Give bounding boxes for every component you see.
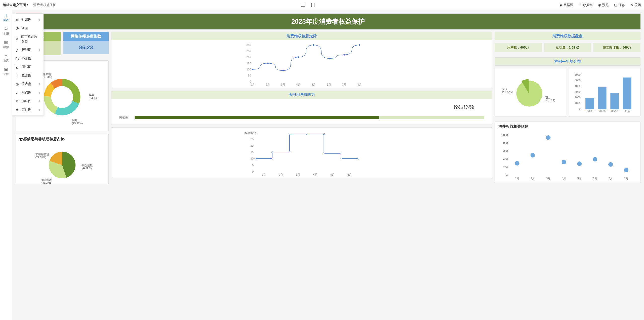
pie-label-male: 男性(58.78%) (545, 96, 555, 102)
page-name-input[interactable]: 消费者权益保护 (33, 3, 56, 7)
svg-text:6月: 6月 (593, 177, 597, 180)
sidebar-item-common[interactable]: ⚙常用 (3, 26, 9, 35)
svg-point-11 (313, 44, 314, 46)
home-icon: ⌂ (5, 54, 7, 58)
svg-point-72 (546, 135, 551, 140)
svg-text:3月: 3月 (281, 83, 285, 86)
close-button[interactable]: ✕关闭 (630, 3, 641, 7)
panel-title: 头部用户影响力 (111, 91, 492, 99)
ring-chart-icon: ◯ (15, 57, 19, 60)
submenu-ring[interactable]: ◯环形图 (12, 54, 44, 63)
gear-icon: ⚙ (4, 26, 8, 31)
database-icon: ◉ (559, 3, 562, 7)
svg-point-9 (282, 70, 284, 71)
chart-icon: ⫼ (4, 13, 8, 18)
svg-text:4月: 4月 (562, 177, 566, 180)
svg-text:2月: 2月 (531, 177, 535, 180)
page-title-banner[interactable]: 2023年度消费者权益保护 (16, 14, 640, 29)
svg-text:5月: 5月 (330, 173, 335, 176)
gender-pie: 女性(41.22%) 男性(58.78%) (497, 71, 564, 116)
svg-point-42 (357, 158, 359, 159)
submenu-funnel[interactable]: ▽漏斗图+ (12, 97, 44, 105)
svg-point-13 (343, 54, 345, 56)
svg-text:1月: 1月 (262, 173, 266, 176)
svg-text:3000: 3000 (575, 91, 581, 93)
submenu-gauge[interactable]: ◷仪表盘+ (12, 80, 44, 88)
svg-text:7月: 7月 (609, 177, 613, 180)
kpi-heat-index[interactable]: 网络传播热度指数 86.23 (63, 32, 109, 55)
submenu-bar[interactable]: ▥柱形图+ (12, 15, 44, 24)
plus-icon: + (38, 48, 41, 52)
datasource-button[interactable]: ◉数据源 (559, 3, 573, 7)
svg-text:150: 150 (247, 62, 251, 65)
submenu-pie[interactable]: ◔饼图 (12, 24, 44, 32)
dataset-button[interactable]: ☰数据集 (578, 3, 593, 7)
svg-point-37 (306, 133, 307, 135)
panel-title: 敏感信息与非敏感信息占比 (16, 134, 108, 142)
submenu-pictogram[interactable]: ⦀象形图 (12, 71, 44, 80)
sidebar-item-custom[interactable]: ▣个性 (3, 67, 9, 76)
plus-icon: + (38, 18, 41, 22)
step-chart: 阅读量(亿)0510152025301月2月3月4月5月6月 (114, 130, 489, 178)
pictogram-icon: ⦀ (15, 73, 19, 77)
stat-reads[interactable]: 博文阅读量：569万 (593, 43, 640, 52)
design-canvas[interactable]: 2023年度消费者权益保护 信息量 3万 网络传播热度指数 86.23 (12, 10, 644, 320)
svg-text:30: 30 (251, 131, 254, 134)
svg-point-32 (271, 158, 273, 159)
reads-step-panel[interactable]: 阅读量(亿)0510152025301月2月3月4月5月6月 (111, 127, 492, 178)
pie-label-nonsens: 非敏感信息(24.55%) (35, 153, 49, 159)
svg-text:70-80: 70-80 (599, 110, 606, 113)
donut-label-client: 客户端(9.53%) (43, 73, 52, 79)
datapoints-panel[interactable]: 消费维权数据盘点 (495, 32, 640, 40)
desktop-view-icon[interactable] (301, 3, 305, 7)
sidebar-item-chart[interactable]: ⫼图表 (3, 13, 9, 22)
svg-text:5: 5 (252, 164, 254, 167)
svg-text:2月: 2月 (266, 83, 270, 86)
tablet-view-icon[interactable] (311, 3, 314, 7)
svg-point-8 (267, 63, 269, 64)
submenu-radar[interactable]: ✱雷达图+ (12, 105, 44, 114)
pie-label-neutral: 中性信息(44.35%) (82, 164, 93, 170)
progress-percent: 69.86% (119, 104, 484, 111)
trend-line-panel[interactable]: 消费维权信息走势 0501001502002503001月2月3月4月5月6月7… (111, 32, 492, 88)
stat-users[interactable]: 用户数：605万 (495, 43, 542, 52)
submenu-scatter[interactable]: ∴散点图+ (12, 88, 44, 97)
plus-icon: + (38, 82, 41, 86)
area-chart-icon: ◣ (15, 65, 19, 69)
svg-text:10: 10 (251, 157, 254, 160)
save-button[interactable]: ▢保存 (614, 3, 625, 7)
svg-text:70前: 70前 (587, 110, 592, 113)
progress-label: 阅读量 (119, 115, 132, 119)
svg-text:8月: 8月 (624, 177, 628, 180)
pie-chart-icon: ◔ (15, 26, 19, 30)
grid-icon: ▣ (4, 67, 8, 72)
svg-text:15: 15 (251, 151, 254, 154)
submenu-line[interactable]: 〳折线图+ (12, 46, 44, 54)
demo-panel[interactable]: 性别—年龄分布 (495, 57, 640, 66)
sensitive-pie-panel[interactable]: 敏感信息与非敏感信息占比 非敏感信息(24.55%) 中性信息(44.35%) … (16, 134, 109, 184)
stat-interactions[interactable]: 互动量：1.68 亿 (544, 43, 591, 52)
svg-text:1月: 1月 (515, 177, 519, 180)
preview-button[interactable]: ◉预览 (598, 3, 609, 7)
svg-point-76 (608, 162, 613, 167)
svg-text:25: 25 (251, 138, 254, 141)
svg-point-74 (577, 162, 582, 166)
influence-panel[interactable]: 头部用户影响力 69.86% 阅读量 (111, 91, 492, 125)
topbar: 编辑自定义页面： 消费者权益保护 ◉数据源 ☰数据集 ◉预览 ▢保存 ✕关闭 (0, 0, 644, 10)
progress-bar (135, 116, 484, 119)
svg-text:50: 50 (248, 74, 251, 77)
submenu-area[interactable]: ◣面积图 (12, 63, 44, 71)
svg-text:250: 250 (247, 50, 251, 53)
gender-pie-panel[interactable]: 女性(41.22%) 男性(58.78%) (495, 68, 566, 116)
topic-scatter-panel[interactable]: 消费权益相关话题 02004006008001,0001月2月3月4月5月6月7… (495, 122, 640, 183)
plus-icon: + (38, 108, 41, 112)
scatter-icon: ∴ (15, 91, 19, 95)
submenu-rose[interactable]: ❋南丁格尔玫瑰图 (12, 32, 44, 46)
sidebar-item-home[interactable]: ⌂首页 (3, 54, 9, 62)
svg-point-39 (323, 153, 325, 154)
svg-text:300: 300 (247, 44, 251, 47)
sidebar-item-data[interactable]: ▦数据 (3, 40, 9, 49)
plus-icon: + (38, 99, 41, 103)
donut-label-website: 网站(23.36%) (72, 119, 83, 125)
age-bar-panel[interactable]: 010002000300040005000600070前70-8080-9095… (569, 68, 640, 116)
